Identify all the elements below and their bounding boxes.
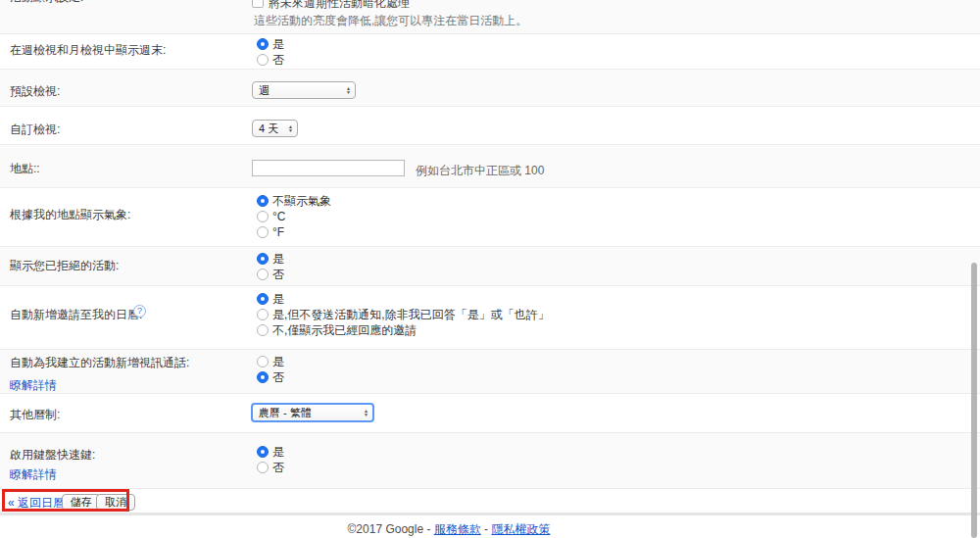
declined-label: 顯示您已拒絕的活動: xyxy=(10,259,119,272)
weather-radio-celsius[interactable] xyxy=(257,211,269,222)
weather-radio-celsius-label: °C xyxy=(272,210,285,223)
weekend-radio-no-label: 否 xyxy=(272,53,284,67)
row-bg-weather xyxy=(0,187,980,246)
alt-calendar-select[interactable]: 農曆 - 繁體 ▲▼ xyxy=(251,403,374,422)
dimming-label: 活動顯示設定: xyxy=(10,0,83,4)
dimming-description: 這些活動的亮度會降低,讓您可以專注在當日活動上。 xyxy=(254,14,527,27)
weekend-radio-yes-label: 是 xyxy=(272,37,284,51)
dim-checkbox-label: 將未來週期性活動暗化處理 xyxy=(269,0,410,10)
invitations-radio-yes[interactable] xyxy=(257,293,269,305)
weather-radio-none[interactable] xyxy=(257,195,269,207)
location-hint: 例如台北市中正區或 100 xyxy=(416,163,544,179)
terms-link[interactable]: 服務條款 xyxy=(434,522,481,536)
footer-divider xyxy=(0,513,980,515)
copyright-text: ©2017 Google xyxy=(348,522,424,536)
dim-future-recurring-checkbox[interactable] xyxy=(252,0,264,8)
invitations-radio-no-label: 不,僅顯示我已經回應的邀請 xyxy=(272,323,416,337)
row-bg-custom-view xyxy=(0,106,980,144)
default-view-select[interactable]: 週 ▲▼ xyxy=(252,81,356,99)
location-input[interactable] xyxy=(252,160,405,176)
video-calls-radio-yes[interactable] xyxy=(257,356,269,367)
invitations-label: 自動新增邀請至我的日曆: xyxy=(10,308,142,321)
row-bg-default-view xyxy=(0,69,980,106)
alt-calendar-label: 其他曆制: xyxy=(10,408,60,421)
weather-radio-fahrenheit-label: °F xyxy=(272,225,284,239)
declined-radio-no[interactable] xyxy=(257,269,269,280)
video-calls-radio-no[interactable] xyxy=(257,371,269,383)
footer: ©2017 Google - 服務條款 - 隱私權政策 xyxy=(0,521,898,538)
row-bg-alt-calendar xyxy=(0,393,980,432)
shortcuts-learn-more-link[interactable]: 瞭解詳情 xyxy=(10,467,57,481)
default-view-label: 預設檢視: xyxy=(10,84,60,98)
calendar-settings-page: 活動顯示設定: 將未來週期性活動暗化處理 這些活動的亮度會降低,讓您可以專注在當… xyxy=(0,0,980,538)
invitations-radio-no[interactable] xyxy=(257,324,269,336)
weekend-label: 在週檢視和月檢視中顯示週末: xyxy=(10,43,166,57)
weather-label: 根據我的地點顯示氣象: xyxy=(10,208,130,221)
video-calls-radio-yes-label: 是 xyxy=(272,355,284,368)
invitations-radio-yes-no-notify-label: 是,但不發送活動通知,除非我已回答「是」或「也許」 xyxy=(272,308,550,321)
shortcuts-label: 啟用鍵盤快速鍵: xyxy=(10,448,95,462)
location-label: 地點:: xyxy=(10,162,40,175)
shortcuts-radio-yes-label: 是 xyxy=(272,445,284,459)
select-stepper-icon: ▲▼ xyxy=(346,86,351,94)
custom-view-value: 4 天 xyxy=(259,122,278,136)
weekend-radio-no[interactable] xyxy=(257,54,269,66)
row-bg-shortcuts xyxy=(0,432,980,488)
weather-radio-none-label: 不顯示氣象 xyxy=(272,194,331,208)
declined-radio-yes-label: 是 xyxy=(272,252,284,266)
select-stepper-icon: ▲▼ xyxy=(364,409,368,416)
declined-radio-yes[interactable] xyxy=(257,253,269,265)
select-stepper-icon: ▲▼ xyxy=(288,124,293,132)
custom-view-select[interactable]: 4 天 ▲▼ xyxy=(252,120,298,137)
weekend-radio-yes[interactable] xyxy=(257,38,269,50)
vertical-scrollbar-thumb[interactable] xyxy=(971,263,977,538)
shortcuts-radio-no[interactable] xyxy=(257,462,269,473)
invitations-radio-yes-label: 是 xyxy=(272,292,284,306)
weather-radio-fahrenheit[interactable] xyxy=(257,226,269,238)
alt-calendar-value: 農曆 - 繁體 xyxy=(259,406,312,420)
shortcuts-radio-no-label: 否 xyxy=(272,461,284,474)
invitations-radio-yes-no-notify[interactable] xyxy=(257,309,269,320)
shortcuts-radio-yes[interactable] xyxy=(257,446,269,458)
video-calls-radio-no-label: 否 xyxy=(272,370,284,384)
privacy-link[interactable]: 隱私權政策 xyxy=(491,522,550,536)
video-calls-learn-more-link[interactable]: 瞭解詳情 xyxy=(10,378,57,392)
row-bg-buttons xyxy=(0,488,980,513)
default-view-value: 週 xyxy=(259,83,270,98)
custom-view-label: 自訂檢視: xyxy=(10,122,60,136)
video-calls-label: 自動為我建立的活動新增視訊通話: xyxy=(10,356,189,369)
declined-radio-no-label: 否 xyxy=(272,268,284,281)
row-bg-declined xyxy=(0,246,980,285)
help-icon[interactable]: ? xyxy=(133,305,146,318)
annotation-highlight-box xyxy=(2,489,129,512)
